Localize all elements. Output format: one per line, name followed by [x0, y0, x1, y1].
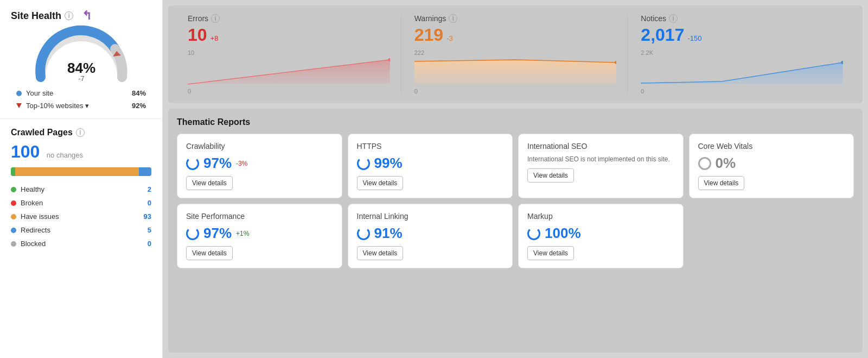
arrow-annotation: ↰: [82, 9, 92, 23]
errors-info-icon[interactable]: i: [211, 14, 220, 23]
stat-value-redirects: 5: [148, 226, 151, 234]
notices-block: Notices i 2,017 -150 2.2K: [630, 14, 854, 95]
international-seo-view-details-button[interactable]: View details: [527, 168, 574, 183]
your-site-label: Your site: [26, 89, 53, 97]
notices-label-row: Notices i: [641, 14, 843, 23]
stat-dot-have-issues: [11, 214, 16, 219]
site-performance-icon: [186, 227, 199, 240]
site-health-info-icon[interactable]: i: [65, 11, 73, 20]
card-core-web-vitals: Core Web Vitals 0% View details: [689, 134, 854, 198]
internal-linking-view-details-button[interactable]: View details: [357, 246, 404, 260]
card-core-web-vitals-value-row: 0%: [698, 155, 845, 172]
errors-value-row: 10 +8: [188, 25, 390, 45]
crawled-count-row: 100 no changes: [11, 142, 151, 162]
errors-y-min: 0: [188, 88, 191, 95]
notices-value: 2,017: [641, 25, 684, 45]
warnings-delta: -3: [446, 34, 453, 42]
stat-value-healthy: 2: [148, 185, 151, 193]
crawled-pages-title: Crawled Pages: [11, 128, 73, 137]
core-web-vitals-icon: [698, 157, 711, 170]
crawlability-delta: -3%: [236, 160, 247, 167]
notices-delta: -150: [687, 34, 701, 42]
card-international-seo-label: International SEO: [527, 142, 674, 150]
top-sites-row: Top-10% websites ▾ 92%: [11, 99, 151, 112]
stat-broken: Broken 0: [11, 196, 151, 210]
errors-label-row: Errors i: [188, 14, 390, 23]
warnings-y-min: 0: [414, 88, 418, 95]
site-performance-percent: 97%: [203, 225, 232, 242]
warnings-sparkline-container: 222 0: [414, 49, 617, 95]
warnings-label: Warnings: [414, 14, 446, 23]
crawled-pages-info-icon[interactable]: i: [76, 128, 85, 137]
stat-redirects: Redirects 5: [11, 223, 151, 237]
errors-sparkline-container: 10 0: [188, 49, 390, 95]
markup-view-details-button[interactable]: View details: [527, 246, 574, 260]
top-sites-dropdown[interactable]: Top-10% websites ▾: [26, 102, 89, 110]
crawled-no-changes: no changes: [47, 151, 83, 159]
errors-value: 10: [188, 25, 207, 45]
stat-value-have-issues: 93: [144, 212, 151, 221]
stat-dot-broken: [11, 200, 16, 206]
card-https-label: HTTPS: [357, 142, 504, 150]
warnings-label-row: Warnings i: [414, 14, 617, 23]
thematic-reports-title: Thematic Reports: [177, 117, 854, 127]
stat-dot-redirects: [11, 228, 16, 233]
card-internal-linking: Internal Linking 91% View details: [348, 204, 513, 268]
warnings-info-icon[interactable]: i: [449, 14, 457, 23]
metrics-row: Errors i 10 +8 10: [168, 5, 863, 103]
card-https: HTTPS 99% View details: [348, 134, 513, 198]
left-panel: Site Health i ↰ 84% -7: [0, 0, 163, 358]
international-seo-note: International SEO is not implemented on …: [527, 155, 674, 164]
warnings-value-row: 219 -3: [414, 25, 617, 45]
https-view-details-button[interactable]: View details: [357, 176, 404, 190]
your-site-dot: [16, 91, 22, 96]
card-site-performance-value-row: 97% +1%: [186, 225, 333, 242]
cards-grid: Crawlability 97% -3% View details HTTPS …: [177, 134, 854, 268]
stat-label-blocked: Blocked: [21, 240, 46, 248]
card-site-performance-label: Site Performance: [186, 212, 333, 221]
crawlability-view-details-button[interactable]: View details: [186, 176, 233, 190]
stat-blocked: Blocked 0: [11, 237, 151, 250]
https-percent: 99%: [374, 155, 403, 172]
notices-y-max: 2.2K: [641, 49, 653, 56]
svg-text:84%: 84%: [67, 60, 95, 76]
https-icon: [357, 157, 370, 170]
markup-icon: [527, 227, 540, 240]
stat-label-healthy: Healthy: [21, 185, 44, 193]
stat-label-redirects: Redirects: [21, 226, 50, 234]
site-performance-view-details-button[interactable]: View details: [186, 246, 233, 260]
internal-linking-percent: 91%: [374, 225, 403, 242]
notices-sparkline: [641, 57, 843, 87]
stat-value-blocked: 0: [148, 240, 151, 248]
notices-sparkline-container: 2.2K 0: [641, 49, 843, 95]
errors-block: Errors i 10 +8 10: [177, 14, 401, 95]
card-markup: Markup 100% View details: [518, 204, 684, 268]
card-markup-value-row: 100%: [527, 225, 674, 242]
svg-text:-7: -7: [78, 74, 85, 83]
errors-label: Errors: [188, 14, 208, 23]
stat-label-have-issues: Have issues: [21, 212, 59, 221]
your-site-row: Your site 84%: [11, 87, 151, 99]
gauge-svg: 84% -7: [33, 28, 130, 83]
site-health-header: Site Health i ↰: [11, 9, 151, 23]
stat-healthy: Healthy 2: [11, 183, 151, 196]
crawlability-icon: [186, 157, 199, 170]
card-crawlability-value-row: 97% -3%: [186, 155, 333, 172]
crawled-count: 100: [11, 142, 40, 161]
card-internal-linking-label: Internal Linking: [357, 212, 504, 221]
notices-info-icon[interactable]: i: [669, 14, 678, 23]
stat-label-broken: Broken: [21, 199, 43, 207]
card-crawlability: Crawlability 97% -3% View details: [177, 134, 342, 198]
core-web-vitals-view-details-button[interactable]: View details: [698, 176, 745, 190]
notices-value-row: 2,017 -150: [641, 25, 843, 45]
markup-percent: 100%: [545, 225, 581, 242]
stat-value-broken: 0: [148, 199, 151, 207]
site-performance-delta: +1%: [236, 230, 249, 237]
top-sites-triangle: [16, 103, 22, 108]
card-internal-linking-value-row: 91%: [357, 225, 504, 242]
warnings-sparkline: [414, 57, 617, 87]
progress-healthy: [11, 167, 15, 176]
thematic-reports-section: Thematic Reports Crawlability 97% -3% Vi…: [168, 109, 863, 353]
svg-marker-5: [414, 60, 617, 84]
stat-dot-blocked: [11, 241, 16, 247]
